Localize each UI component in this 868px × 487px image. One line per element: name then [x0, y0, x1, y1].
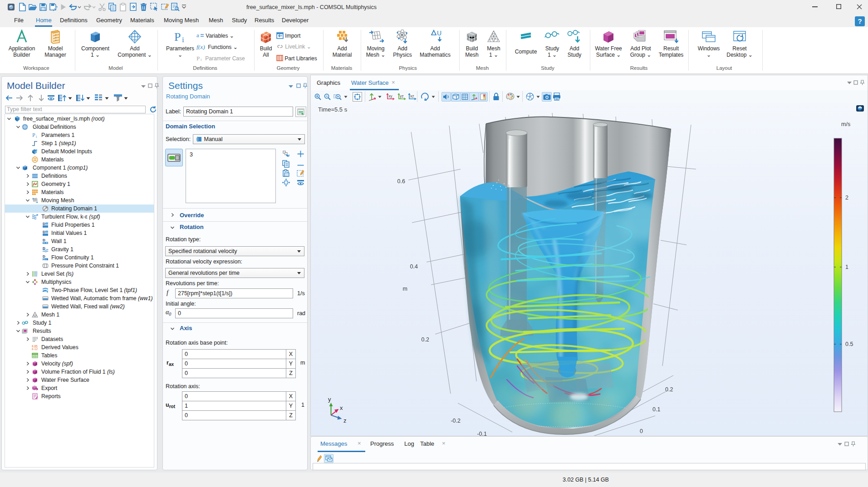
svg-text:x: x [340, 404, 343, 411]
svg-text:i: i [182, 35, 184, 44]
svg-text:Time=5.5 s: Time=5.5 s [318, 106, 348, 113]
svg-text:z: z [343, 417, 347, 424]
svg-text:0: 0 [640, 428, 643, 434]
svg-text:1: 1 [845, 264, 848, 270]
svg-text:U: U [437, 29, 441, 37]
svg-text:2: 2 [845, 195, 848, 201]
svg-text:xz: xz [410, 94, 414, 98]
svg-text:-0.2: -0.2 [451, 418, 461, 424]
svg-text:i: i [201, 57, 202, 61]
svg-text:xy: xy [388, 94, 392, 98]
svg-text:f(x): f(x) [196, 44, 205, 50]
svg-text:a: a [196, 32, 199, 39]
svg-text:0.1: 0.1 [652, 406, 660, 413]
svg-text:-0.1: -0.1 [477, 431, 487, 436]
svg-text:m/s: m/s [841, 121, 850, 127]
svg-text:m: m [403, 286, 407, 292]
svg-text:0.6: 0.6 [397, 178, 405, 185]
svg-text:yz: yz [400, 94, 404, 98]
svg-text:P: P [174, 30, 181, 44]
svg-text:0.5: 0.5 [845, 341, 853, 347]
svg-text:0.4: 0.4 [410, 263, 418, 270]
svg-text:0.2: 0.2 [665, 386, 673, 393]
svg-text:0.2: 0.2 [422, 336, 429, 343]
svg-text:P: P [196, 55, 200, 61]
svg-text:y: y [328, 396, 331, 403]
